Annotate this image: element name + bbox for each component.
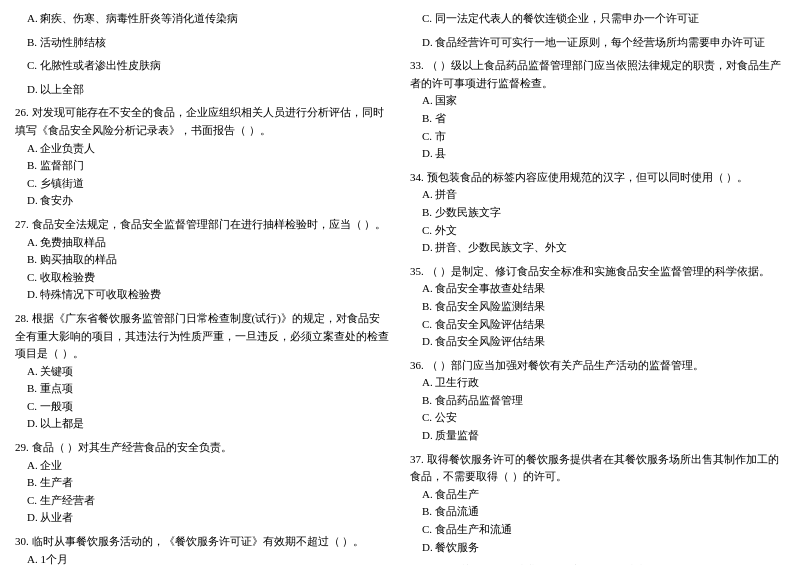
q27-opt-a: A. 免费抽取样品 [15, 234, 390, 252]
q27-opt-d: D. 特殊情况下可收取检验费 [15, 286, 390, 304]
question-option-c: C. 化脓性或者渗出性皮肤病 [15, 57, 390, 75]
two-column-layout: A. 痢疾、伤寒、病毒性肝炎等消化道传染病 B. 活动性肺结核 C. 化脓性或者… [15, 10, 785, 565]
right-column: C. 同一法定代表人的餐饮连锁企业，只需申办一个许可证 D. 食品经营许可可实行… [410, 10, 785, 565]
page-container: A. 痢疾、伤寒、病毒性肝炎等消化道传染病 B. 活动性肺结核 C. 化脓性或者… [15, 10, 785, 565]
q36-opt-b: B. 食品药品监督管理 [410, 392, 785, 410]
q36-opt-c: C. 公安 [410, 409, 785, 427]
q37-opt-d: D. 餐饮服务 [410, 539, 785, 557]
option-c-text: C. 化脓性或者渗出性皮肤病 [15, 57, 390, 75]
q34-opt-c: C. 外文 [410, 222, 785, 240]
q32-opt-c: C. 同一法定代表人的餐饮连锁企业，只需申办一个许可证 [410, 10, 785, 28]
q35-opt-b: B. 食品安全风险监测结果 [410, 298, 785, 316]
q28-text: 28. 根据《广东省餐饮服务监管部门日常检查制度(试行)》的规定，对食品安全有重… [15, 310, 390, 363]
q37-opt-b: B. 食品流通 [410, 503, 785, 521]
q29-opt-a: A. 企业 [15, 457, 390, 475]
q29-text: 29. 食品（ ）对其生产经营食品的安全负责。 [15, 439, 390, 457]
q35-opt-a: A. 食品安全事故查处结果 [410, 280, 785, 298]
question-28: 28. 根据《广东省餐饮服务监管部门日常检查制度(试行)》的规定，对食品安全有重… [15, 310, 390, 433]
q26-opt-d: D. 食安办 [15, 192, 390, 210]
question-27: 27. 食品安全法规定，食品安全监督管理部门在进行抽样检验时，应当（ ）。 A.… [15, 216, 390, 304]
q26-opt-b: B. 监督部门 [15, 157, 390, 175]
q34-opt-a: A. 拼音 [410, 186, 785, 204]
q28-opt-b: B. 重点项 [15, 380, 390, 398]
question-36: 36. （ ）部门应当加强对餐饮有关产品生产活动的监督管理。 A. 卫生行政 B… [410, 357, 785, 445]
q32-cont-d: D. 食品经营许可可实行一地一证原则，每个经营场所均需要申办许可证 [410, 34, 785, 52]
q27-text: 27. 食品安全法规定，食品安全监督管理部门在进行抽样检验时，应当（ ）。 [15, 216, 390, 234]
question-35: 35. （ ）是制定、修订食品安全标准和实施食品安全监督管理的科学依据。 A. … [410, 263, 785, 351]
q37-text: 37. 取得餐饮服务许可的餐饮服务提供者在其餐饮服务场所出售其制作加工的食品，不… [410, 451, 785, 486]
q29-opt-b: B. 生产者 [15, 474, 390, 492]
q34-opt-d: D. 拼音、少数民族文字、外文 [410, 239, 785, 257]
q33-opt-a: A. 国家 [410, 92, 785, 110]
q27-opt-c: C. 收取检验费 [15, 269, 390, 287]
option-a-text: A. 痢疾、伤寒、病毒性肝炎等消化道传染病 [15, 10, 390, 28]
q26-text: 26. 对发现可能存在不安全的食品，企业应组织相关人员进行分析评估，同时填写《食… [15, 104, 390, 139]
q35-opt-d: D. 食品安全风险评估结果 [410, 333, 785, 351]
question-34: 34. 预包装食品的标签内容应使用规范的汉字，但可以同时使用（ ）。 A. 拼音… [410, 169, 785, 257]
question-26: 26. 对发现可能存在不安全的食品，企业应组织相关人员进行分析评估，同时填写《食… [15, 104, 390, 210]
q28-opt-c: C. 一般项 [15, 398, 390, 416]
option-d-text: D. 以上全部 [15, 81, 390, 99]
question-30: 30. 临时从事餐饮服务活动的，《餐饮服务许可证》有效期不超过（ ）。 A. 1… [15, 533, 390, 565]
q35-text: 35. （ ）是制定、修订食品安全标准和实施食品安全监督管理的科学依据。 [410, 263, 785, 281]
left-column: A. 痢疾、伤寒、病毒性肝炎等消化道传染病 B. 活动性肺结核 C. 化脓性或者… [15, 10, 390, 565]
q26-opt-a: A. 企业负责人 [15, 140, 390, 158]
q36-opt-d: D. 质量监督 [410, 427, 785, 445]
q29-opt-c: C. 生产经营者 [15, 492, 390, 510]
question-option-d: D. 以上全部 [15, 81, 390, 99]
q28-opt-d: D. 以上都是 [15, 415, 390, 433]
q26-opt-c: C. 乡镇街道 [15, 175, 390, 193]
option-b-text: B. 活动性肺结核 [15, 34, 390, 52]
question-option-a: A. 痢疾、伤寒、病毒性肝炎等消化道传染病 [15, 10, 390, 28]
q33-opt-b: B. 省 [410, 110, 785, 128]
q37-opt-c: C. 食品生产和流通 [410, 521, 785, 539]
q34-text: 34. 预包装食品的标签内容应使用规范的汉字，但可以同时使用（ ）。 [410, 169, 785, 187]
q29-opt-d: D. 从业者 [15, 509, 390, 527]
q30-text: 30. 临时从事餐饮服务活动的，《餐饮服务许可证》有效期不超过（ ）。 [15, 533, 390, 551]
question-option-b: B. 活动性肺结核 [15, 34, 390, 52]
q36-opt-a: A. 卫生行政 [410, 374, 785, 392]
q28-opt-a: A. 关键项 [15, 363, 390, 381]
q35-opt-c: C. 食品安全风险评估结果 [410, 316, 785, 334]
question-33: 33. （ ）级以上食品药品监督管理部门应当依照法律规定的职责，对食品生产者的许… [410, 57, 785, 163]
q33-text: 33. （ ）级以上食品药品监督管理部门应当依照法律规定的职责，对食品生产者的许… [410, 57, 785, 92]
q34-opt-b: B. 少数民族文字 [410, 204, 785, 222]
question-37: 37. 取得餐饮服务许可的餐饮服务提供者在其餐饮服务场所出售其制作加工的食品，不… [410, 451, 785, 557]
q27-opt-b: B. 购买抽取的样品 [15, 251, 390, 269]
q32-cont-c: C. 同一法定代表人的餐饮连锁企业，只需申办一个许可证 [410, 10, 785, 28]
q33-opt-d: D. 县 [410, 145, 785, 163]
q30-opt-a: A. 1个月 [15, 551, 390, 565]
q33-opt-c: C. 市 [410, 128, 785, 146]
q32-opt-d: D. 食品经营许可可实行一地一证原则，每个经营场所均需要申办许可证 [410, 34, 785, 52]
q37-opt-a: A. 食品生产 [410, 486, 785, 504]
q36-text: 36. （ ）部门应当加强对餐饮有关产品生产活动的监督管理。 [410, 357, 785, 375]
question-29: 29. 食品（ ）对其生产经营食品的安全负责。 A. 企业 B. 生产者 C. … [15, 439, 390, 527]
